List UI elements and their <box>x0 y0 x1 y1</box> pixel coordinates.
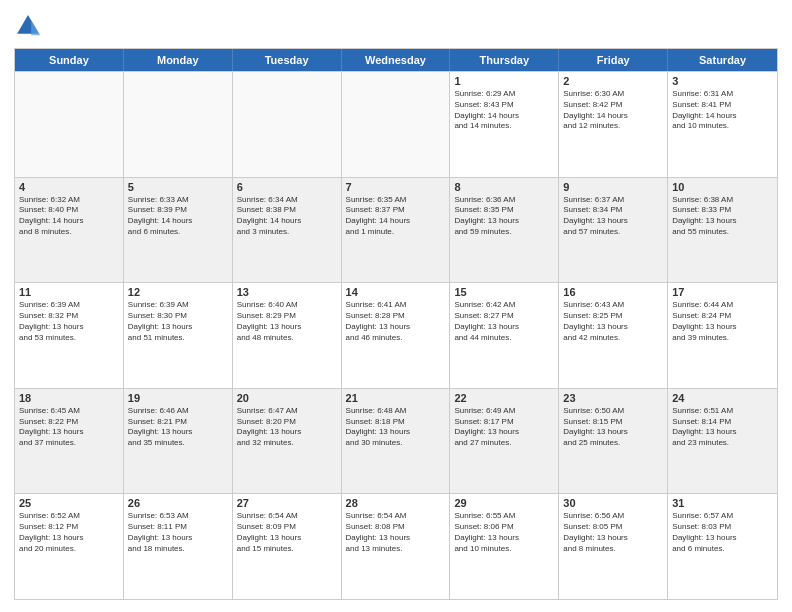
day-cell-20: 20Sunrise: 6:47 AM Sunset: 8:20 PM Dayli… <box>233 389 342 494</box>
day-number: 29 <box>454 497 554 509</box>
day-number: 30 <box>563 497 663 509</box>
day-info: Sunrise: 6:44 AM Sunset: 8:24 PM Dayligh… <box>672 300 773 343</box>
day-cell-23: 23Sunrise: 6:50 AM Sunset: 8:15 PM Dayli… <box>559 389 668 494</box>
day-cell-13: 13Sunrise: 6:40 AM Sunset: 8:29 PM Dayli… <box>233 283 342 388</box>
calendar-row-4: 25Sunrise: 6:52 AM Sunset: 8:12 PM Dayli… <box>15 493 777 599</box>
day-number: 18 <box>19 392 119 404</box>
calendar-row-1: 4Sunrise: 6:32 AM Sunset: 8:40 PM Daylig… <box>15 177 777 283</box>
calendar-header-row: SundayMondayTuesdayWednesdayThursdayFrid… <box>15 49 777 71</box>
day-info: Sunrise: 6:30 AM Sunset: 8:42 PM Dayligh… <box>563 89 663 132</box>
day-info: Sunrise: 6:47 AM Sunset: 8:20 PM Dayligh… <box>237 406 337 449</box>
day-info: Sunrise: 6:53 AM Sunset: 8:11 PM Dayligh… <box>128 511 228 554</box>
calendar-row-0: 1Sunrise: 6:29 AM Sunset: 8:43 PM Daylig… <box>15 71 777 177</box>
day-number: 19 <box>128 392 228 404</box>
day-cell-25: 25Sunrise: 6:52 AM Sunset: 8:12 PM Dayli… <box>15 494 124 599</box>
day-number: 25 <box>19 497 119 509</box>
day-number: 13 <box>237 286 337 298</box>
svg-marker-1 <box>31 20 40 36</box>
day-number: 24 <box>672 392 773 404</box>
day-info: Sunrise: 6:39 AM Sunset: 8:30 PM Dayligh… <box>128 300 228 343</box>
day-info: Sunrise: 6:29 AM Sunset: 8:43 PM Dayligh… <box>454 89 554 132</box>
day-number: 15 <box>454 286 554 298</box>
day-cell-27: 27Sunrise: 6:54 AM Sunset: 8:09 PM Dayli… <box>233 494 342 599</box>
day-cell-9: 9Sunrise: 6:37 AM Sunset: 8:34 PM Daylig… <box>559 178 668 283</box>
day-info: Sunrise: 6:38 AM Sunset: 8:33 PM Dayligh… <box>672 195 773 238</box>
day-number: 7 <box>346 181 446 193</box>
calendar-body: 1Sunrise: 6:29 AM Sunset: 8:43 PM Daylig… <box>15 71 777 599</box>
day-number: 21 <box>346 392 446 404</box>
day-cell-21: 21Sunrise: 6:48 AM Sunset: 8:18 PM Dayli… <box>342 389 451 494</box>
day-info: Sunrise: 6:48 AM Sunset: 8:18 PM Dayligh… <box>346 406 446 449</box>
day-number: 6 <box>237 181 337 193</box>
day-cell-8: 8Sunrise: 6:36 AM Sunset: 8:35 PM Daylig… <box>450 178 559 283</box>
day-info: Sunrise: 6:42 AM Sunset: 8:27 PM Dayligh… <box>454 300 554 343</box>
day-cell-29: 29Sunrise: 6:55 AM Sunset: 8:06 PM Dayli… <box>450 494 559 599</box>
day-info: Sunrise: 6:43 AM Sunset: 8:25 PM Dayligh… <box>563 300 663 343</box>
day-cell-24: 24Sunrise: 6:51 AM Sunset: 8:14 PM Dayli… <box>668 389 777 494</box>
empty-cell-0-2 <box>233 72 342 177</box>
day-cell-6: 6Sunrise: 6:34 AM Sunset: 8:38 PM Daylig… <box>233 178 342 283</box>
logo-icon <box>14 12 42 40</box>
day-info: Sunrise: 6:34 AM Sunset: 8:38 PM Dayligh… <box>237 195 337 238</box>
day-number: 22 <box>454 392 554 404</box>
day-number: 11 <box>19 286 119 298</box>
day-info: Sunrise: 6:50 AM Sunset: 8:15 PM Dayligh… <box>563 406 663 449</box>
day-info: Sunrise: 6:57 AM Sunset: 8:03 PM Dayligh… <box>672 511 773 554</box>
day-number: 5 <box>128 181 228 193</box>
day-number: 23 <box>563 392 663 404</box>
day-header-saturday: Saturday <box>668 49 777 71</box>
header <box>14 12 778 40</box>
day-number: 17 <box>672 286 773 298</box>
day-info: Sunrise: 6:56 AM Sunset: 8:05 PM Dayligh… <box>563 511 663 554</box>
day-info: Sunrise: 6:37 AM Sunset: 8:34 PM Dayligh… <box>563 195 663 238</box>
day-info: Sunrise: 6:41 AM Sunset: 8:28 PM Dayligh… <box>346 300 446 343</box>
day-cell-15: 15Sunrise: 6:42 AM Sunset: 8:27 PM Dayli… <box>450 283 559 388</box>
day-header-wednesday: Wednesday <box>342 49 451 71</box>
day-number: 31 <box>672 497 773 509</box>
day-info: Sunrise: 6:54 AM Sunset: 8:08 PM Dayligh… <box>346 511 446 554</box>
day-header-thursday: Thursday <box>450 49 559 71</box>
logo <box>14 12 46 40</box>
day-cell-19: 19Sunrise: 6:46 AM Sunset: 8:21 PM Dayli… <box>124 389 233 494</box>
day-info: Sunrise: 6:36 AM Sunset: 8:35 PM Dayligh… <box>454 195 554 238</box>
day-cell-30: 30Sunrise: 6:56 AM Sunset: 8:05 PM Dayli… <box>559 494 668 599</box>
calendar-row-2: 11Sunrise: 6:39 AM Sunset: 8:32 PM Dayli… <box>15 282 777 388</box>
calendar-row-3: 18Sunrise: 6:45 AM Sunset: 8:22 PM Dayli… <box>15 388 777 494</box>
day-cell-28: 28Sunrise: 6:54 AM Sunset: 8:08 PM Dayli… <box>342 494 451 599</box>
day-number: 4 <box>19 181 119 193</box>
day-info: Sunrise: 6:46 AM Sunset: 8:21 PM Dayligh… <box>128 406 228 449</box>
day-cell-10: 10Sunrise: 6:38 AM Sunset: 8:33 PM Dayli… <box>668 178 777 283</box>
day-info: Sunrise: 6:32 AM Sunset: 8:40 PM Dayligh… <box>19 195 119 238</box>
day-info: Sunrise: 6:51 AM Sunset: 8:14 PM Dayligh… <box>672 406 773 449</box>
day-info: Sunrise: 6:45 AM Sunset: 8:22 PM Dayligh… <box>19 406 119 449</box>
day-header-tuesday: Tuesday <box>233 49 342 71</box>
day-number: 3 <box>672 75 773 87</box>
day-number: 12 <box>128 286 228 298</box>
empty-cell-0-1 <box>124 72 233 177</box>
day-info: Sunrise: 6:31 AM Sunset: 8:41 PM Dayligh… <box>672 89 773 132</box>
day-header-monday: Monday <box>124 49 233 71</box>
day-cell-31: 31Sunrise: 6:57 AM Sunset: 8:03 PM Dayli… <box>668 494 777 599</box>
day-cell-18: 18Sunrise: 6:45 AM Sunset: 8:22 PM Dayli… <box>15 389 124 494</box>
day-info: Sunrise: 6:55 AM Sunset: 8:06 PM Dayligh… <box>454 511 554 554</box>
day-number: 8 <box>454 181 554 193</box>
day-cell-11: 11Sunrise: 6:39 AM Sunset: 8:32 PM Dayli… <box>15 283 124 388</box>
day-info: Sunrise: 6:40 AM Sunset: 8:29 PM Dayligh… <box>237 300 337 343</box>
day-cell-26: 26Sunrise: 6:53 AM Sunset: 8:11 PM Dayli… <box>124 494 233 599</box>
day-cell-16: 16Sunrise: 6:43 AM Sunset: 8:25 PM Dayli… <box>559 283 668 388</box>
calendar: SundayMondayTuesdayWednesdayThursdayFrid… <box>14 48 778 600</box>
day-number: 28 <box>346 497 446 509</box>
day-cell-2: 2Sunrise: 6:30 AM Sunset: 8:42 PM Daylig… <box>559 72 668 177</box>
day-cell-1: 1Sunrise: 6:29 AM Sunset: 8:43 PM Daylig… <box>450 72 559 177</box>
day-info: Sunrise: 6:49 AM Sunset: 8:17 PM Dayligh… <box>454 406 554 449</box>
page: SundayMondayTuesdayWednesdayThursdayFrid… <box>0 0 792 612</box>
day-number: 10 <box>672 181 773 193</box>
day-header-sunday: Sunday <box>15 49 124 71</box>
day-info: Sunrise: 6:39 AM Sunset: 8:32 PM Dayligh… <box>19 300 119 343</box>
day-info: Sunrise: 6:33 AM Sunset: 8:39 PM Dayligh… <box>128 195 228 238</box>
day-cell-7: 7Sunrise: 6:35 AM Sunset: 8:37 PM Daylig… <box>342 178 451 283</box>
day-number: 27 <box>237 497 337 509</box>
day-info: Sunrise: 6:54 AM Sunset: 8:09 PM Dayligh… <box>237 511 337 554</box>
day-cell-12: 12Sunrise: 6:39 AM Sunset: 8:30 PM Dayli… <box>124 283 233 388</box>
day-number: 26 <box>128 497 228 509</box>
